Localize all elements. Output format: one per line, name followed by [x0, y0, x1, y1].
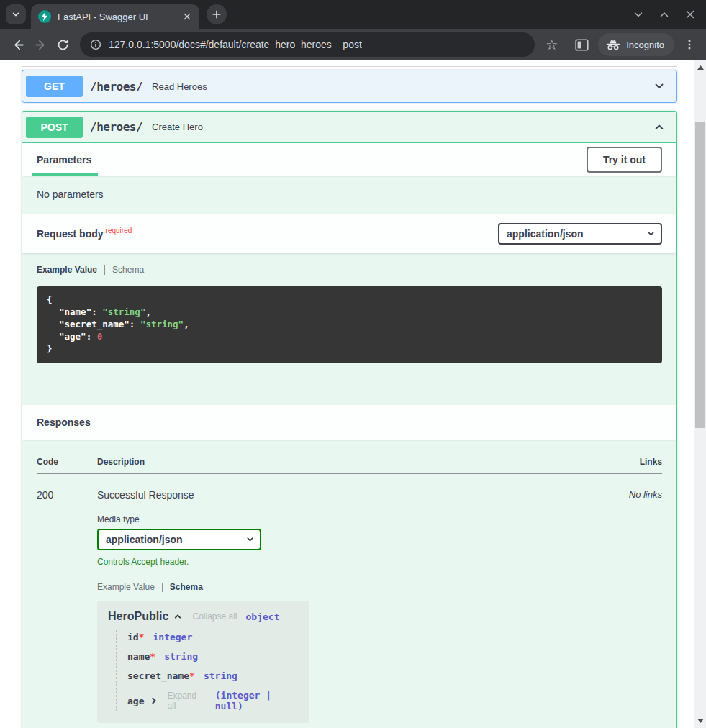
forward-button[interactable]	[30, 34, 52, 56]
media-type-label: Media type	[97, 514, 597, 524]
window-maximize-button[interactable]	[659, 9, 670, 20]
window-controls	[633, 9, 696, 20]
required-asterisk: *	[189, 670, 195, 681]
col-header-links: Links	[597, 457, 662, 467]
get-method-badge: GET	[26, 76, 83, 97]
example-schema-tabs: Example Value Schema	[37, 265, 662, 275]
response-links: No links	[597, 489, 662, 723]
responses-table-head: Code Description Links	[37, 457, 662, 474]
chevron-down-icon	[11, 9, 21, 19]
response-row-200: 200 Successful Response Media type appli…	[37, 474, 662, 723]
tab-search-button[interactable]	[6, 4, 26, 24]
plus-icon	[212, 9, 222, 19]
opblock-get-summary[interactable]: GET /heroes/ Read Heroes	[22, 70, 676, 102]
window-minimize-button[interactable]	[633, 9, 644, 20]
browser-titlebar: FastAPI - Swagger UI	[0, 0, 706, 29]
post-path: /heroes/	[90, 120, 142, 134]
model-property-id: id* integer	[127, 632, 302, 642]
opblock-post-summary[interactable]: POST /heroes/ Create Hero	[22, 112, 676, 143]
scroll-down-arrow-icon[interactable]	[694, 715, 706, 727]
incognito-badge[interactable]: Incognito	[598, 33, 674, 56]
model-type: object	[246, 611, 280, 622]
try-it-out-button[interactable]: Try it out	[587, 147, 662, 173]
chevron-down-icon[interactable]	[649, 76, 669, 96]
page-scrollbar[interactable]	[694, 60, 706, 728]
incognito-icon	[606, 40, 620, 50]
new-tab-button[interactable]	[207, 4, 227, 24]
required-asterisk: *	[139, 632, 145, 642]
responses-header: Responses	[22, 405, 676, 440]
property-type: (integer | null)	[215, 690, 302, 711]
property-type: string	[204, 670, 237, 681]
schema-model-box: HeroPublic Collapse all object id*	[97, 601, 309, 723]
opblock-post-heroes: POST /heroes/ Create Hero Parameters Try…	[22, 111, 677, 728]
required-flag: required	[106, 227, 132, 235]
responses-title: Responses	[37, 417, 91, 428]
url-text[interactable]: 127.0.0.1:5000/docs#/default/create_hero…	[109, 39, 362, 50]
code-line: {	[47, 294, 652, 306]
responses-table: Code Description Links 200 Successful Re…	[22, 440, 676, 728]
reload-button[interactable]	[52, 34, 74, 56]
code-line: "name": "string",	[47, 306, 652, 318]
expand-all-link[interactable]: Expand all	[167, 691, 206, 711]
response-media-select-wrap: application/json	[97, 529, 261, 550]
back-button[interactable]	[7, 34, 30, 56]
collapse-chevron-up-icon[interactable]	[173, 612, 182, 621]
parameters-header: Parameters Try it out	[22, 143, 676, 176]
no-parameters-text: No parameters	[22, 176, 676, 214]
side-panel-icon[interactable]	[571, 35, 592, 55]
required-asterisk: *	[150, 651, 155, 662]
scrollbar-thumb[interactable]	[695, 122, 705, 428]
bookmark-star-icon[interactable]: ☆	[542, 35, 561, 55]
browser-tab[interactable]: FastAPI - Swagger UI	[31, 4, 199, 29]
tab-close-icon[interactable]	[181, 10, 194, 23]
browser-menu-button[interactable]	[680, 35, 699, 54]
request-body-media-type-select[interactable]: application/json	[498, 223, 662, 245]
window-close-button[interactable]	[684, 9, 696, 20]
site-info-icon[interactable]	[90, 39, 101, 50]
model-properties: id* integer name* string secret_name* st…	[116, 630, 302, 711]
col-header-description: Description	[97, 457, 597, 467]
request-body-media-select-wrap: application/json	[498, 223, 662, 245]
model-property-name: name* string	[127, 651, 302, 662]
property-type: integer	[153, 632, 192, 642]
accept-header-note: Controls Accept header.	[97, 557, 597, 567]
response-code: 200	[37, 489, 97, 723]
tab-schema[interactable]: Schema	[112, 265, 144, 275]
tab-example-value[interactable]: Example Value	[37, 265, 97, 275]
opblock-get-heroes: GET /heroes/ Read Heroes	[22, 70, 677, 103]
model-title: HeroPublic	[108, 610, 168, 623]
get-summary-text: Read Heroes	[152, 81, 207, 92]
property-type: string	[164, 651, 198, 662]
model-property-age: age Expand all (integer | null)	[127, 690, 302, 711]
tab-divider	[104, 265, 105, 275]
request-body-section: Example Value Schema { "name": "string",…	[22, 253, 676, 405]
property-name: id	[127, 632, 139, 642]
col-header-code: Code	[37, 457, 97, 467]
incognito-label: Incognito	[626, 40, 664, 50]
tab-title: FastAPI - Swagger UI	[58, 12, 181, 22]
response-media-type-select[interactable]: application/json	[97, 529, 261, 550]
address-bar[interactable]: 127.0.0.1:5000/docs#/default/create_hero…	[80, 32, 535, 57]
scroll-up-arrow-icon[interactable]	[694, 62, 706, 73]
tab-schema[interactable]: Schema	[170, 582, 203, 592]
chevron-up-icon[interactable]	[649, 117, 669, 137]
code-line: "age": 0	[47, 330, 652, 342]
browser-toolbar: 127.0.0.1:5000/docs#/default/create_hero…	[0, 29, 706, 60]
code-line: "secret_name": "string",	[47, 318, 652, 330]
post-summary-text: Create Hero	[152, 122, 203, 132]
property-name: age	[127, 696, 144, 706]
response-example-schema-tabs: Example Value Schema	[97, 582, 597, 592]
swagger-page: GET /heroes/ Read Heroes POST /heroes/ C…	[0, 60, 694, 728]
property-name: name	[127, 651, 150, 662]
response-description: Successful Response	[97, 489, 597, 501]
property-name: secret_name	[127, 670, 189, 681]
expand-chevron-right-icon[interactable]	[150, 696, 158, 705]
example-json-block[interactable]: { "name": "string", "secret_name": "stri…	[37, 286, 662, 363]
post-method-badge: POST	[26, 117, 83, 138]
tab-divider	[162, 583, 163, 592]
collapse-all-link[interactable]: Collapse all	[192, 611, 237, 622]
parameters-title: Parameters	[37, 143, 91, 176]
tab-example-value[interactable]: Example Value	[97, 582, 155, 592]
star-icon: ☆	[546, 38, 558, 52]
